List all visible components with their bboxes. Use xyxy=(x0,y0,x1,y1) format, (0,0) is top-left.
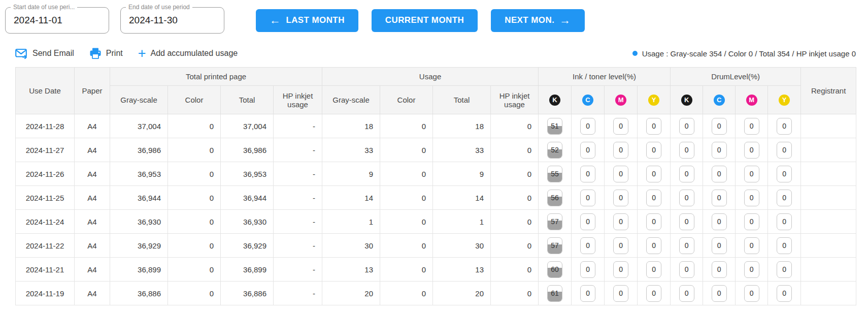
drum-level-chip-m: 0 xyxy=(744,166,759,182)
drum-level-chip-k: 0 xyxy=(679,190,694,206)
drum-level-chip-m: 0 xyxy=(744,142,759,159)
cell-printed-color: 0 xyxy=(168,186,221,210)
drum-level-chip-k: 0 xyxy=(679,285,694,302)
end-date-field[interactable]: End date of use period 2024-11-30 xyxy=(120,7,224,34)
cell-printed-color: 0 xyxy=(168,282,221,305)
drum-level-chip-m-cell: 0 xyxy=(736,162,768,186)
arrow-left-icon: ← xyxy=(270,15,281,26)
printer-icon xyxy=(89,48,102,59)
drum-level-chip-c: 0 xyxy=(712,285,727,302)
drum-level-chip-c-cell: 0 xyxy=(703,114,736,138)
ink-level-chip-y: 0 xyxy=(646,285,661,302)
ink-level-chip-c-cell: 0 xyxy=(572,258,605,282)
next-month-button[interactable]: NEXT MON. → xyxy=(491,9,584,32)
cell-use-date: 2024-11-19 xyxy=(16,282,75,305)
print-button[interactable]: Print xyxy=(89,48,123,59)
cell-registrant xyxy=(801,210,856,234)
header-ink-toner-level: Ink / toner level(%) xyxy=(539,68,671,86)
start-date-label: Start date of use peri... xyxy=(11,4,77,11)
add-accumulated-usage-button[interactable]: + Add accumulated usage xyxy=(138,47,238,60)
cell-registrant xyxy=(801,186,856,210)
drum-level-chip-k-cell: 0 xyxy=(671,258,703,282)
drum-level-chip-m: 0 xyxy=(744,213,759,230)
drum-level-chip-k: 0 xyxy=(679,261,694,278)
ink-level-chip-y-cell: 0 xyxy=(638,114,671,138)
last-month-button[interactable]: ← LAST MONTH xyxy=(256,9,358,32)
drum-level-chip-y: 0 xyxy=(777,261,792,278)
ink-level-chip-m: 0 xyxy=(613,213,628,230)
ink-level-chip-m: 0 xyxy=(613,166,628,182)
drum-level-chip-c-cell: 0 xyxy=(703,258,736,282)
cell-printed-color: 0 xyxy=(168,162,221,186)
cell-use-date: 2024-11-21 xyxy=(16,258,75,282)
ink-level-chip-k: 56 xyxy=(547,190,562,206)
cell-usage-hp-inkjet: 0 xyxy=(491,282,539,305)
ink-level-chip-k: 57 xyxy=(547,213,562,230)
current-month-button[interactable]: CURRENT MONTH xyxy=(372,9,478,32)
table-header: Use Date Paper Total printed page Usage … xyxy=(16,68,856,114)
cell-paper: A4 xyxy=(75,186,110,210)
cell-use-date: 2024-11-25 xyxy=(16,186,75,210)
ink-level-chip-k-cell: 57 xyxy=(539,234,572,258)
plus-icon: + xyxy=(138,47,146,60)
ink-level-chip-k: 51 xyxy=(547,118,562,135)
drum-level-chip-m-cell: 0 xyxy=(736,210,768,234)
ink-level-chip-k: 60 xyxy=(547,261,562,278)
header-printed-total: Total xyxy=(221,86,274,114)
cell-printed-color: 0 xyxy=(168,210,221,234)
toner-y-icon: Y xyxy=(648,95,659,106)
drum-level-chip-y: 0 xyxy=(777,166,792,182)
header-usage-total: Total xyxy=(433,86,491,114)
drum-c-icon: C xyxy=(714,95,725,106)
drum-level-chip-c-cell: 0 xyxy=(703,210,736,234)
drum-level-chip-k-cell: 0 xyxy=(671,282,703,305)
drum-level-chip-k: 0 xyxy=(679,118,694,135)
send-email-icon xyxy=(15,48,28,59)
ink-level-chip-m-cell: 0 xyxy=(605,234,638,258)
cell-paper: A4 xyxy=(75,258,110,282)
cell-registrant xyxy=(801,234,856,258)
ink-level-chip-k-cell: 61 xyxy=(539,282,572,305)
cell-usage-hp-inkjet: 0 xyxy=(491,234,539,258)
cell-paper: A4 xyxy=(75,138,110,162)
cell-usage-total: 14 xyxy=(433,186,491,210)
cell-printed-color: 0 xyxy=(168,258,221,282)
ink-level-chip-y-cell: 0 xyxy=(638,282,671,305)
ink-level-chip-m: 0 xyxy=(613,261,628,278)
cell-printed-total: 36,929 xyxy=(221,234,274,258)
cell-registrant xyxy=(801,258,856,282)
drum-level-chip-k-cell: 0 xyxy=(671,234,703,258)
drum-level-chip-c: 0 xyxy=(712,142,727,159)
start-date-field[interactable]: Start date of use peri... 2024-11-01 xyxy=(5,7,109,34)
cell-use-date: 2024-11-24 xyxy=(16,210,75,234)
cell-printed-gray: 36,986 xyxy=(110,138,168,162)
ink-level-chip-m: 0 xyxy=(613,285,628,302)
ink-level-chip-y-cell: 0 xyxy=(638,138,671,162)
cell-paper: A4 xyxy=(75,162,110,186)
send-email-button[interactable]: Send Email xyxy=(15,48,74,59)
header-registrant: Registrant xyxy=(801,68,856,114)
ink-level-chip-m-cell: 0 xyxy=(605,186,638,210)
cell-printed-hp-inkjet: - xyxy=(274,186,322,210)
send-email-label: Send Email xyxy=(32,49,74,58)
cell-printed-hp-inkjet: - xyxy=(274,258,322,282)
end-date-value: 2024-11-30 xyxy=(129,15,178,26)
drum-level-chip-y-cell: 0 xyxy=(768,186,801,210)
drum-level-chip-c: 0 xyxy=(712,237,727,254)
cell-printed-gray: 36,899 xyxy=(110,258,168,282)
ink-level-chip-y-cell: 0 xyxy=(638,210,671,234)
cell-usage-color: 0 xyxy=(380,162,433,186)
cell-registrant xyxy=(801,162,856,186)
cell-usage-total: 9 xyxy=(433,162,491,186)
start-date-value: 2024-11-01 xyxy=(14,15,62,26)
table-row: 2024-11-28A437,004037,004-18018051000000… xyxy=(16,114,856,138)
drum-level-chip-k: 0 xyxy=(679,142,694,159)
ink-level-chip-c: 0 xyxy=(580,213,595,230)
cell-usage-color: 0 xyxy=(380,186,433,210)
cell-usage-hp-inkjet: 0 xyxy=(491,114,539,138)
header-drum-k: K xyxy=(671,86,703,114)
drum-level-chip-m: 0 xyxy=(744,261,759,278)
header-ink-m: M xyxy=(605,86,638,114)
drum-level-chip-m: 0 xyxy=(744,237,759,254)
cell-usage-color: 0 xyxy=(380,234,433,258)
